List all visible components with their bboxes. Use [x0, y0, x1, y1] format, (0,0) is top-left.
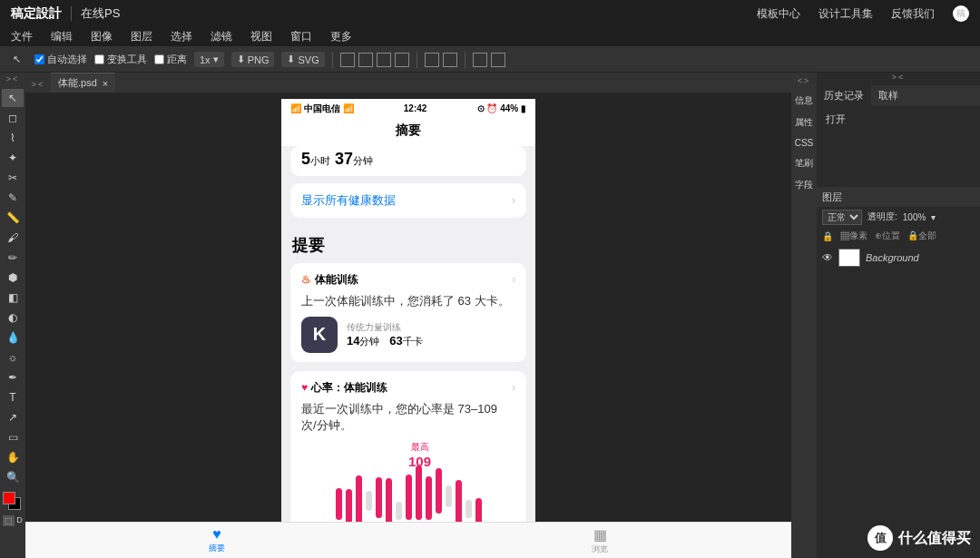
- opacity-label: 透明度:: [867, 210, 897, 223]
- distance-checkbox[interactable]: 距离: [154, 53, 187, 66]
- transform-checkbox[interactable]: 变换工具: [94, 53, 147, 66]
- strip-char[interactable]: 字段: [791, 175, 817, 195]
- menu-layer[interactable]: 图层: [122, 29, 162, 44]
- sample-tab[interactable]: 取样: [871, 85, 906, 106]
- quickmask-icon[interactable]: ⬚: [3, 515, 15, 526]
- nav-feedback[interactable]: 反馈我们: [891, 6, 935, 22]
- eraser-tool[interactable]: ◧: [2, 289, 24, 307]
- close-tab-icon[interactable]: ×: [103, 78, 108, 89]
- lock-position[interactable]: ⊕位置: [875, 230, 900, 242]
- layers-panel-header[interactable]: 图层: [817, 187, 980, 207]
- zoom-select[interactable]: 1x ▾: [194, 52, 224, 67]
- watermark-icon: 值: [867, 525, 893, 551]
- stamp-tool[interactable]: ⬢: [2, 269, 24, 287]
- toolbox: >< ↖ ◻ ⌇ ✦ ✂ ✎ 📏 🖌 ✏ ⬢ ◧ ◐ 💧 ☼ ✒ T ↗ ▭ ✋…: [0, 73, 25, 558]
- dist-h-icon[interactable]: [425, 53, 439, 67]
- tab-browse[interactable]: ▦浏览: [408, 523, 535, 553]
- nav-tools[interactable]: 设计工具集: [818, 6, 873, 22]
- file-tab-name: 体能.psd: [58, 76, 97, 90]
- lock-icon[interactable]: 🔒: [822, 231, 833, 241]
- align-right-icon[interactable]: [377, 53, 391, 67]
- menu-more[interactable]: 更多: [321, 29, 361, 44]
- gradient-tool[interactable]: ◐: [2, 308, 24, 327]
- wand-tool[interactable]: ✦: [2, 149, 24, 167]
- auto-select-checkbox[interactable]: 自动选择: [34, 53, 87, 66]
- separator: [416, 52, 417, 68]
- strip-brush[interactable]: 笔刷: [791, 153, 817, 173]
- text-tool[interactable]: T: [2, 388, 24, 406]
- heart-icon: ♥: [301, 381, 308, 394]
- spacing-icon[interactable]: [473, 53, 487, 67]
- workout-card[interactable]: ♨体能训练 › 上一次体能训练中，您消耗了 63 大卡。 K 传统力量训练 14…: [290, 263, 526, 362]
- color-swatch[interactable]: [3, 492, 23, 510]
- workspace[interactable]: 📶 中国电信 📶 12:42 ⊙ ⏰ 44% ▮ 摘要 5小时 37分钟 显示所…: [25, 93, 791, 558]
- move-tool[interactable]: ↖: [2, 89, 24, 107]
- align-left-icon[interactable]: [340, 53, 355, 67]
- more-align-icon[interactable]: [491, 53, 505, 67]
- foreground-color[interactable]: [3, 492, 15, 504]
- menu-file[interactable]: 文件: [2, 29, 42, 44]
- phone-tabbar: ♥摘要 ▦浏览: [281, 522, 535, 553]
- history-tab[interactable]: 历史记录: [817, 85, 871, 106]
- panels: >< 历史记录 取样 打开 图层 正常 透明度: 100% ▾ 🔒 ▦像素 ⊕位…: [817, 73, 980, 558]
- workout-label: ♨体能训练: [301, 272, 358, 288]
- layer-thumbnail[interactable]: [838, 249, 860, 267]
- menu-filter[interactable]: 滤镜: [201, 29, 241, 44]
- hr-label: ♥心率：体能训练: [301, 380, 387, 396]
- panel-handle[interactable]: ><: [25, 80, 51, 93]
- all-health-label: 显示所有健康数据: [301, 192, 396, 209]
- screenmode-icon[interactable]: D: [16, 515, 23, 526]
- opacity-value[interactable]: 100%: [903, 212, 926, 222]
- dist-v-icon[interactable]: [443, 53, 457, 67]
- tab-summary[interactable]: ♥摘要: [281, 523, 408, 553]
- nav-templates[interactable]: 模板中心: [757, 6, 800, 22]
- strip-css[interactable]: CSS: [791, 134, 817, 152]
- menu-window[interactable]: 窗口: [281, 29, 321, 44]
- pencil-tool[interactable]: ✏: [2, 249, 24, 267]
- panel-handle[interactable]: <>: [798, 76, 811, 89]
- menu-select[interactable]: 选择: [162, 29, 201, 44]
- lock-pixels[interactable]: ▦像素: [840, 230, 867, 242]
- menu-image[interactable]: 图像: [82, 29, 122, 44]
- export-png-button[interactable]: ⬇ PNG: [231, 52, 275, 67]
- panel-handle[interactable]: ><: [817, 73, 980, 85]
- time-label: 12:42: [404, 103, 427, 113]
- pen-tool[interactable]: ✒: [2, 368, 24, 387]
- history-item[interactable]: 打开: [822, 111, 975, 128]
- zoom-tool[interactable]: 🔍: [2, 468, 24, 486]
- workout-stats: 14分钟 63千卡: [347, 334, 423, 348]
- brush-tool[interactable]: 🖌: [2, 229, 24, 247]
- shape-tool[interactable]: ▭: [2, 428, 24, 446]
- menu-view[interactable]: 视图: [241, 29, 281, 44]
- align-group: [340, 53, 409, 67]
- hand-tool[interactable]: ✋: [2, 448, 24, 466]
- export-svg-button[interactable]: ⬇ SVG: [281, 52, 324, 67]
- user-avatar[interactable]: 稿: [953, 5, 969, 22]
- visibility-icon[interactable]: 👁: [822, 251, 833, 264]
- layer-row[interactable]: 👁 Background: [817, 245, 980, 270]
- file-tab[interactable]: 体能.psd ×: [51, 73, 115, 93]
- crop-tool[interactable]: ✂: [2, 169, 24, 187]
- history-panel-tabs: 历史记录 取样: [817, 85, 980, 105]
- opacity-dropdown-icon[interactable]: ▾: [931, 212, 936, 222]
- strip-info[interactable]: 信息: [791, 91, 817, 111]
- panel-handle[interactable]: ><: [6, 74, 20, 87]
- path-tool[interactable]: ↗: [2, 408, 24, 426]
- dodge-tool[interactable]: ☼: [2, 348, 24, 367]
- align-center-icon[interactable]: [358, 53, 373, 67]
- sleep-value: 5小时 37分钟: [301, 150, 373, 168]
- blur-tool[interactable]: 💧: [2, 328, 24, 347]
- marquee-tool[interactable]: ◻: [2, 109, 24, 127]
- align-top-icon[interactable]: [395, 53, 409, 67]
- ruler-tool[interactable]: 📏: [2, 209, 24, 227]
- eyedropper-tool[interactable]: ✎: [2, 189, 24, 207]
- layer-name: Background: [866, 252, 919, 263]
- all-health-link[interactable]: 显示所有健康数据 ›: [290, 183, 526, 218]
- sleep-card: 5小时 37分钟: [290, 146, 526, 176]
- app-icon: K: [301, 317, 338, 353]
- blend-mode-select[interactable]: 正常: [822, 210, 862, 225]
- menu-edit[interactable]: 编辑: [42, 29, 82, 44]
- lasso-tool[interactable]: ⌇: [2, 129, 24, 147]
- strip-props[interactable]: 属性: [791, 113, 817, 132]
- lock-all[interactable]: 🔒全部: [907, 230, 936, 242]
